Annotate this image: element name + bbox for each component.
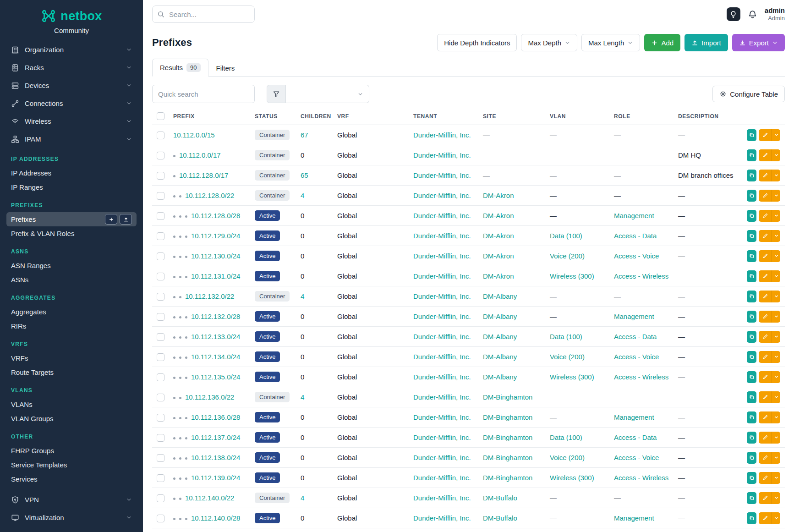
children-link[interactable]: 4 xyxy=(301,393,304,401)
sidebar-item-racks[interactable]: Racks xyxy=(6,59,137,77)
sidebar-item-ipam[interactable]: IPAM xyxy=(6,130,137,148)
sidebar-item-asn-ranges[interactable]: ASN Ranges xyxy=(6,258,137,273)
site-link[interactable]: DM-Akron xyxy=(483,272,514,280)
row-checkbox[interactable] xyxy=(157,333,164,341)
user-menu[interactable]: admin Admin xyxy=(765,6,785,22)
saved-filter-select[interactable] xyxy=(286,85,369,103)
tenant-link[interactable]: Dunder-Mifflin, Inc. xyxy=(413,151,471,159)
edit-button[interactable] xyxy=(759,472,772,484)
sidebar-item-vpn[interactable]: VPN xyxy=(6,491,137,509)
row-more-dropdown[interactable] xyxy=(772,452,780,464)
configure-table-button[interactable]: Configure Table xyxy=(712,86,785,102)
row-checkbox[interactable] xyxy=(157,353,164,361)
edit-button[interactable] xyxy=(759,452,772,464)
edit-button[interactable] xyxy=(759,250,772,262)
column-header-vrf[interactable]: VRF xyxy=(333,110,409,125)
vlan-link[interactable]: Voice (200) xyxy=(550,454,585,461)
edit-button[interactable] xyxy=(759,351,772,363)
column-header-role[interactable]: ROLE xyxy=(609,110,674,125)
tenant-link[interactable]: Dunder-Mifflin, Inc. xyxy=(413,393,471,401)
row-checkbox[interactable] xyxy=(157,434,164,442)
row-checkbox[interactable] xyxy=(157,414,164,422)
row-checkbox[interactable] xyxy=(157,273,164,280)
theme-toggle-button[interactable] xyxy=(727,7,740,21)
prefix-link[interactable]: 10.112.140.0/22 xyxy=(185,494,234,502)
row-more-dropdown[interactable] xyxy=(772,270,780,282)
children-link[interactable]: 67 xyxy=(301,131,308,139)
role-link[interactable]: Management xyxy=(614,413,654,421)
site-link[interactable]: DM-Akron xyxy=(483,192,514,199)
edit-button[interactable] xyxy=(759,391,772,403)
children-link[interactable]: 4 xyxy=(301,192,304,199)
prefix-link[interactable]: 10.112.129.0/24 xyxy=(191,232,240,240)
role-link[interactable]: Access - Wireless xyxy=(614,272,668,280)
site-link[interactable]: DM-Buffalo xyxy=(483,494,517,502)
edit-button[interactable] xyxy=(759,129,772,141)
role-link[interactable]: Access - Wireless xyxy=(614,373,668,381)
tab-filters[interactable]: Filters xyxy=(208,60,243,77)
row-checkbox[interactable] xyxy=(157,252,164,260)
role-link[interactable]: Access - Wireless xyxy=(614,474,668,482)
column-header-description[interactable]: DESCRIPTION xyxy=(674,110,742,125)
edit-button[interactable] xyxy=(759,432,772,444)
children-link[interactable]: 4 xyxy=(301,292,304,300)
quick-add-button[interactable] xyxy=(105,214,117,225)
prefix-link[interactable]: 10.112.128.0/17 xyxy=(179,171,228,179)
vlan-link[interactable]: Wireless (300) xyxy=(550,373,594,381)
tenant-link[interactable]: Dunder-Mifflin, Inc. xyxy=(413,212,471,219)
site-link[interactable]: DM-Binghamton xyxy=(483,413,532,421)
tenant-link[interactable]: Dunder-Mifflin, Inc. xyxy=(413,131,471,139)
prefix-link[interactable]: 10.112.131.0/24 xyxy=(191,272,240,280)
copy-button[interactable] xyxy=(747,331,756,343)
prefix-link[interactable]: 10.112.133.0/24 xyxy=(191,333,240,340)
role-link[interactable]: Access - Voice xyxy=(614,252,659,260)
copy-button[interactable] xyxy=(747,351,756,363)
sidebar-item-aggregates[interactable]: Aggregates xyxy=(6,305,137,319)
column-header-status[interactable]: STATUS xyxy=(250,110,296,125)
prefix-link[interactable]: 10.112.0.0/17 xyxy=(179,151,221,159)
row-checkbox[interactable] xyxy=(157,394,164,401)
sidebar-item-organization[interactable]: Organization xyxy=(6,41,137,59)
sidebar-item-route-targets[interactable]: Route Targets xyxy=(6,365,137,379)
row-more-dropdown[interactable] xyxy=(772,210,780,222)
vlan-link[interactable]: Data (100) xyxy=(550,333,582,340)
prefix-link[interactable]: 10.112.139.0/24 xyxy=(191,474,240,482)
prefix-link[interactable]: 10.112.0.0/15 xyxy=(173,131,215,139)
row-more-dropdown[interactable] xyxy=(772,190,780,202)
copy-button[interactable] xyxy=(747,230,756,242)
prefix-link[interactable]: 10.112.136.0/22 xyxy=(185,393,234,401)
edit-button[interactable] xyxy=(759,170,772,181)
role-link[interactable]: Management xyxy=(614,514,654,522)
row-more-dropdown[interactable] xyxy=(772,371,780,383)
edit-button[interactable] xyxy=(759,149,772,161)
column-header-tenant[interactable]: TENANT xyxy=(409,110,478,125)
vlan-link[interactable]: Data (100) xyxy=(550,232,582,240)
sidebar-item-virtualization[interactable]: Virtualization xyxy=(6,509,137,527)
prefix-link[interactable]: 10.112.130.0/24 xyxy=(191,252,240,260)
row-checkbox[interactable] xyxy=(157,494,164,502)
row-more-dropdown[interactable] xyxy=(772,512,780,524)
row-checkbox[interactable] xyxy=(157,454,164,462)
sidebar-item-services[interactable]: Services xyxy=(6,472,137,486)
vlan-link[interactable]: Voice (200) xyxy=(550,252,585,260)
role-link[interactable]: Access - Data xyxy=(614,433,657,441)
add-button[interactable]: Add xyxy=(644,34,680,51)
edit-button[interactable] xyxy=(759,311,772,323)
copy-button[interactable] xyxy=(747,411,756,423)
sidebar-item-ip-addresses[interactable]: IP Addresses xyxy=(6,166,137,180)
site-link[interactable]: DM-Albany xyxy=(483,292,517,300)
role-link[interactable]: Access - Voice xyxy=(614,353,659,361)
row-checkbox[interactable] xyxy=(157,192,164,200)
site-link[interactable]: DM-Albany xyxy=(483,313,517,320)
prefix-link[interactable]: 10.112.132.0/22 xyxy=(185,292,234,300)
copy-button[interactable] xyxy=(747,472,756,484)
prefix-link[interactable]: 10.112.138.0/24 xyxy=(191,454,240,461)
copy-button[interactable] xyxy=(747,210,756,222)
site-link[interactable]: DM-Binghamton xyxy=(483,474,532,482)
select-all-checkbox[interactable] xyxy=(157,112,164,120)
site-link[interactable]: DM-Albany xyxy=(483,353,517,361)
column-header-site[interactable]: SITE xyxy=(478,110,545,125)
site-link[interactable]: DM-Binghamton xyxy=(483,454,532,461)
row-more-dropdown[interactable] xyxy=(772,311,780,323)
prefix-link[interactable]: 10.112.132.0/28 xyxy=(191,313,240,320)
